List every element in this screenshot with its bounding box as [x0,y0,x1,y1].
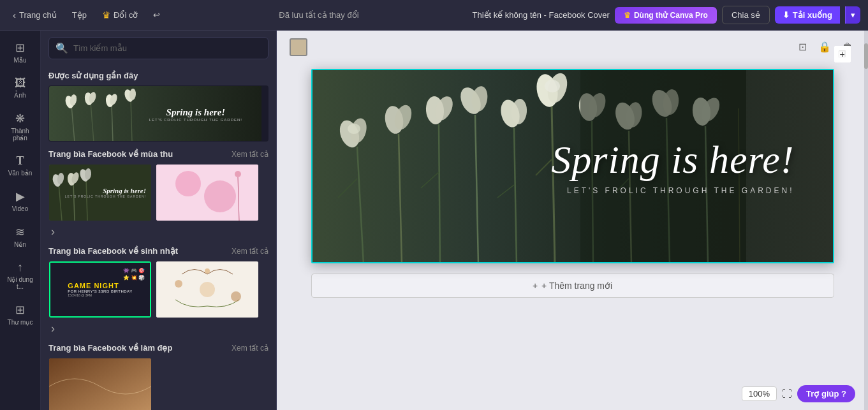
svg-point-24 [204,180,236,212]
svg-point-23 [175,171,201,196]
beauty-section: Trang bìa Facebook về làm đẹp Xem tất cả [41,338,276,410]
search-icon: 🔍 [55,42,68,54]
toolbar: ‹ Trang chủ Tệp ♛ Đổi cỡ ↩ Đã lưu tất cả… [0,0,868,31]
video-icon: ▶ [16,189,25,203]
template-card-autumn-1[interactable]: Spring is here! LET'S FROLIC THROUGH THE… [48,164,152,221]
crown-icon: ♛ [102,10,110,21]
sidebar-item-anh[interactable]: 🖼 Ảnh [3,71,38,104]
birthday-section: Trang bìa Facebook về sinh nhật Xem tất … [41,241,276,338]
sidebar-item-video[interactable]: ▶ Video [3,184,38,217]
resize-button[interactable]: ♛ Đổi cỡ [97,7,143,24]
canvas-sub-text[interactable]: LET'S FROLIC THROUGH THE GARDEN! [551,186,794,195]
scroll-right-birthday[interactable]: › [48,322,57,335]
search-container: 🔍 [41,31,276,66]
file-button[interactable]: Tệp [67,8,92,22]
background-icon: ≋ [15,225,25,239]
game-night-text: GAME NIGHT FOR HENRY'S 33RD BIRTHDAY 15/… [68,282,132,297]
birthday-title: Trang bìa Facebook về sinh nhật [48,246,178,256]
beauty-see-all[interactable]: Xem tất cả [232,344,268,353]
templates-icon: ⊞ [15,41,25,55]
sidebar-item-noi-dung[interactable]: ↑ Nội dung t... [3,256,38,295]
birthday-see-all[interactable]: Xem tất cả [232,247,268,256]
svg-point-29 [175,280,182,288]
canvas-main-text[interactable]: Spring is here! [551,137,794,180]
sidebar-item-mau[interactable]: ⊞ Mẫu [3,36,38,69]
sidebar-item-van-ban[interactable]: T Văn bản [3,149,38,182]
birthday-templates: GAME NIGHT FOR HENRY'S 33RD BIRTHDAY 15/… [48,261,268,335]
crown-icon: ♛ [624,11,631,20]
download-icon: ⬇ [783,10,790,20]
recent-section: Được sử dụng gần đây [41,66,276,144]
sidebar-item-thanh-phan[interactable]: ❋ Thành phần [3,106,38,147]
background-color-swatch[interactable] [290,38,307,56]
templates-panel: 🔍 Được sử dụng gần đây [41,31,277,410]
recent-templates: Spring is here! LET'S FROLIC THROUGH THE… [48,85,268,142]
svg-point-30 [231,291,241,302]
beauty-templates [48,358,268,410]
svg-point-57 [545,80,560,92]
share-button[interactable]: Chia sẻ [722,6,770,24]
download-button[interactable]: ⬇ Tải xuống [775,6,840,24]
svg-point-31 [205,268,210,274]
svg-line-6 [112,104,113,142]
fullscreen-button[interactable]: ⛶ [782,388,792,400]
expand-icon: ⛶ [782,388,792,399]
search-input[interactable] [73,43,261,53]
design-title: Thiết kế không tên - Facebook Cover [472,10,609,20]
folder-icon: ⊞ [15,303,25,317]
photos-icon: 🖼 [15,77,26,90]
recent-header: Được sử dụng gần đây [48,71,268,80]
scrollbar[interactable] [864,31,868,410]
spring-text-small: Spring is here! LET'S FROLIC THROUGH THE… [149,107,242,122]
svg-point-26 [235,171,241,177]
sidebar-icons: ⊞ Mẫu 🖼 Ảnh ❋ Thành phần T Văn bản ▶ Vid… [0,31,41,410]
add-icon-btn[interactable]: + [834,46,851,62]
svg-line-3 [91,102,94,142]
scrollbar-thumb[interactable] [864,43,868,69]
main-area: ⊞ Mẫu 🖼 Ảnh ❋ Thành phần T Văn bản ▶ Vid… [0,31,868,410]
canvas-frame[interactable]: Spring is here! LET'S FROLIC THROUGH THE… [311,69,834,263]
undo-button[interactable]: ↩ [148,8,165,22]
birthday-header: Trang bìa Facebook về sinh nhật Xem tất … [48,246,268,256]
text-icon: T [16,154,24,168]
svg-point-28 [200,282,215,297]
svg-line-9 [131,99,132,142]
home-button[interactable]: ‹ Trang chủ [8,7,62,23]
canvas-frame-container: ⧉ ❐ + [311,69,834,298]
canvas-area: ⊡ 🔒 🗑 ⧉ ❐ + [277,31,868,410]
beauty-header: Trang bìa Facebook về làm đẹp Xem tất cả [48,343,268,353]
sidebar-item-thu-muc[interactable]: ⊞ Thư mục [3,298,38,331]
template-card-beauty-1[interactable] [48,358,152,410]
chevron-left-icon: ‹ [13,10,16,20]
autumn-templates: Spring is here! LET'S FROLIC THROUGH THE… [48,164,268,238]
search-box[interactable]: 🔍 [48,37,268,59]
svg-rect-32 [49,358,151,410]
beauty-title: Trang bìa Facebook về làm đẹp [48,343,172,353]
saved-status: Đã lưu tất cả thay đổi [170,10,467,20]
lock-button[interactable]: 🔒 [816,38,834,55]
canvas-text-area[interactable]: Spring is here! LET'S FROLIC THROUGH THE… [551,137,794,194]
scroll-right-autumn[interactable]: › [48,225,57,238]
lock-icon: 🔒 [818,41,831,52]
template-card-birthday-1[interactable]: GAME NIGHT FOR HENRY'S 33RD BIRTHDAY 15/… [48,261,152,318]
elements-icon: ❋ [15,112,25,126]
svg-point-38 [348,124,360,134]
template-card-autumn-2[interactable] [156,164,259,221]
content-icon: ↑ [17,261,23,274]
sidebar-item-nen[interactable]: ≋ Nền [3,220,38,253]
autumn-see-all[interactable]: Xem tất cả [232,150,268,159]
add-page-button[interactable]: + + Thêm trang mới [311,274,834,298]
autumn-section: Trang bìa Facebook về mùa thu Xem tất cả [41,144,276,241]
template-card-recent[interactable]: Spring is here! LET'S FROLIC THROUGH THE… [48,85,268,142]
autumn-header: Trang bìa Facebook về mùa thu Xem tất cả [48,149,268,159]
download-more-button[interactable]: ▾ [845,6,860,24]
arrange-button[interactable]: ⊡ [796,38,809,55]
chevron-down-icon: ▾ [851,10,855,20]
autumn-title: Trang bìa Facebook về mùa thu [48,149,173,159]
canva-pro-button[interactable]: ♛ Dùng thử Canva Pro [615,7,717,24]
canvas-bottom-bar: 100% ⛶ Trợ giúp ? [742,385,855,402]
template-card-birthday-2[interactable] [156,261,259,318]
arrange-icon: ⊡ [798,41,807,52]
help-button[interactable]: Trợ giúp ? [797,385,855,402]
recent-title: Được sử dụng gần đây [48,71,138,80]
